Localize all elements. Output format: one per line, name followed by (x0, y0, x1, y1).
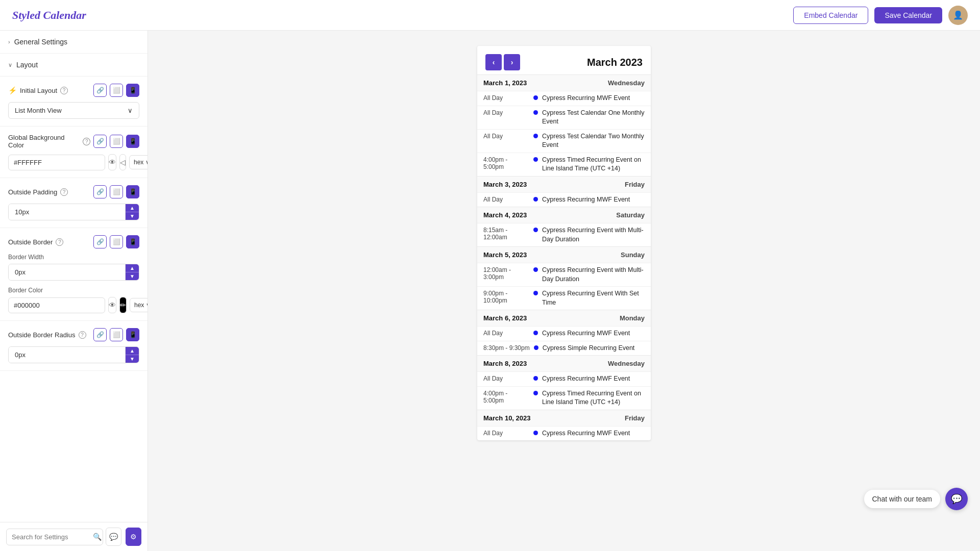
desktop-icon[interactable]: 🔗 (93, 84, 107, 97)
padding-decrement-button[interactable]: ▼ (126, 212, 139, 220)
padding-stepper: ▲ ▼ (125, 204, 139, 220)
calendar-day-date: March 3, 2023 (483, 181, 527, 188)
general-settings-section[interactable]: › General Settings (0, 31, 148, 54)
help-icon[interactable]: ? (60, 87, 68, 94)
tablet-icon-bg[interactable]: ⬜ (110, 135, 123, 148)
help-icon-padding[interactable]: ? (60, 188, 68, 196)
chevron-right-icon: › (8, 39, 10, 45)
calendar-day-weekday: Wednesday (608, 360, 645, 367)
desktop-icon-radius[interactable]: 🔗 (93, 328, 107, 341)
calendar-event[interactable]: 4:00pm - 5:00pmCypress Timed Recurring E… (477, 153, 651, 176)
calendar-event[interactable]: 9:00pm - 10:00pmCypress Recurring Event … (477, 286, 651, 310)
calendar-days: March 1, 2023WednesdayAll DayCypress Rec… (477, 74, 651, 440)
border-eye-icon[interactable]: 👁 (108, 297, 116, 313)
calendar-event[interactable]: 12:00am - 3:00pmCypress Recurring Event … (477, 263, 651, 286)
tablet-icon-radius[interactable]: ⬜ (110, 328, 123, 341)
tablet-icon-padding[interactable]: ⬜ (110, 185, 123, 198)
calendar-event[interactable]: All DayCypress Recurring MWF Event (477, 91, 651, 106)
calendar-event[interactable]: 4:00pm - 5:00pmCypress Timed Recurring E… (477, 386, 651, 410)
chat-widget: Chat with our team 💬 (864, 488, 968, 510)
calendar-area[interactable]: ‹ › March 2023 March 1, 2023WednesdayAll… (148, 31, 980, 551)
desktop-icon-padding[interactable]: 🔗 (93, 185, 107, 198)
border-width-input[interactable] (9, 264, 125, 280)
calendar-header: ‹ › March 2023 (477, 46, 651, 74)
prev-month-button[interactable]: ‹ (485, 54, 502, 70)
avatar[interactable]: 👤 (948, 6, 968, 25)
desktop-icon-border[interactable]: 🔗 (93, 235, 107, 248)
layout-label: Layout (16, 61, 38, 69)
radius-increment-button[interactable]: ▲ (126, 347, 139, 355)
tablet-icon-border[interactable]: ⬜ (110, 235, 123, 248)
padding-input[interactable] (9, 204, 125, 220)
event-dot (533, 95, 538, 100)
calendar-day-header: March 8, 2023Wednesday (477, 356, 651, 371)
calendar-day-date: March 5, 2023 (483, 251, 527, 259)
calendar-day-weekday: Wednesday (608, 79, 645, 87)
event-dot (533, 291, 538, 295)
format-dropdown[interactable]: hex ∨ (129, 155, 148, 169)
bg-color-input[interactable]: #FFFFFF (8, 155, 105, 170)
calendar-event[interactable]: All DayCypress Recurring MWF Event (477, 192, 651, 207)
calendar-event[interactable]: 8:30pm - 9:30pmCypress Simple Recurring … (477, 341, 651, 356)
device-icons-bg: 🔗 ⬜ 📱 (93, 135, 139, 148)
calendar-event[interactable]: All DayCypress Test Calendar Two Monthly… (477, 129, 651, 153)
calendar-day-row: March 3, 2023FridayAll DayCypress Recurr… (477, 176, 651, 207)
event-time: 4:00pm - 5:00pm (483, 389, 529, 404)
mobile-icon-bg[interactable]: 📱 (126, 135, 139, 148)
calendar-event[interactable]: All DayCypress Test Calendar One Monthly… (477, 106, 651, 129)
picker-icon[interactable]: ◁ (119, 154, 126, 170)
app-logo: Styled Calendar (12, 9, 86, 22)
border-width-increment-button[interactable]: ▲ (126, 264, 139, 272)
event-time: 9:00pm - 10:00pm (483, 289, 529, 304)
initial-layout-label-row: ⚡ Initial Layout ? 🔗 ⬜ 📱 (8, 84, 139, 97)
chat-icon-button[interactable]: 💬 (106, 528, 121, 546)
initial-layout-dropdown[interactable]: List Month View ∨ (8, 102, 139, 119)
calendar-day-header: March 4, 2023Saturday (477, 207, 651, 223)
border-color-input[interactable] (8, 297, 105, 313)
desktop-icon-bg[interactable]: 🔗 (93, 135, 107, 148)
calendar-day-row: March 6, 2023MondayAll DayCypress Recurr… (477, 310, 651, 355)
calendar-day-row: March 8, 2023WednesdayAll DayCypress Rec… (477, 355, 651, 410)
dropdown-chevron-icon: ∨ (128, 107, 133, 114)
chat-button[interactable]: 💬 (945, 488, 968, 510)
help-icon-radius[interactable]: ? (79, 331, 86, 339)
calendar-day-header: March 5, 2023Sunday (477, 247, 651, 263)
event-time: 4:00pm - 5:00pm (483, 156, 529, 170)
calendar-day-header: March 10, 2023Friday (477, 410, 651, 426)
border-format-dropdown[interactable]: hex ∨ (130, 298, 148, 312)
embed-calendar-button[interactable]: Embed Calendar (793, 7, 868, 24)
layout-section[interactable]: ∨ Layout (0, 54, 148, 77)
mobile-icon-radius[interactable]: 📱 (126, 328, 139, 341)
calendar-day-date: March 1, 2023 (483, 79, 527, 87)
event-dot (533, 331, 538, 335)
calendar-event[interactable]: 8:15am - 12:00amCypress Recurring Event … (477, 223, 651, 246)
border-width-decrement-button[interactable]: ▼ (126, 272, 139, 280)
event-name: Cypress Test Calendar Two Monthly Event (542, 132, 645, 150)
outside-padding-label: Outside Padding (8, 188, 57, 196)
tablet-icon[interactable]: ⬜ (110, 84, 123, 97)
settings-icon-button[interactable]: ⚙ (126, 528, 141, 546)
radius-input[interactable] (9, 347, 125, 363)
calendar-event[interactable]: All DayCypress Recurring MWF Event (477, 371, 651, 386)
padding-increment-button[interactable]: ▲ (126, 204, 139, 212)
mobile-icon[interactable]: 📱 (126, 84, 139, 97)
calendar-event[interactable]: All DayCypress Recurring MWF Event (477, 426, 651, 441)
sidebar-scroll[interactable]: › General Settings ∨ Layout ⚡ Initial La… (0, 31, 148, 522)
save-calendar-button[interactable]: Save Calendar (874, 7, 942, 23)
help-icon-bg[interactable]: ? (83, 138, 90, 145)
event-dot (534, 345, 538, 350)
mobile-icon-border[interactable]: 📱 (126, 235, 139, 248)
border-color-swatch[interactable]: ✏ (119, 297, 127, 313)
search-settings-input[interactable] (6, 529, 103, 545)
device-icons-radius: 🔗 ⬜ 📱 (93, 328, 139, 341)
next-month-button[interactable]: › (504, 54, 520, 70)
border-format-value: hex (134, 302, 144, 309)
global-bg-color-label-row: Global Background Color ? 🔗 ⬜ 📱 (8, 134, 139, 149)
mobile-icon-padding[interactable]: 📱 (126, 185, 139, 198)
help-icon-border[interactable]: ? (56, 238, 63, 246)
calendar-event[interactable]: All DayCypress Recurring MWF Event (477, 326, 651, 341)
calendar-day-weekday: Saturday (616, 211, 645, 219)
eye-icon[interactable]: 👁 (108, 154, 116, 170)
event-name: Cypress Recurring Event with Multi-Day D… (542, 226, 645, 244)
radius-decrement-button[interactable]: ▼ (126, 355, 139, 363)
